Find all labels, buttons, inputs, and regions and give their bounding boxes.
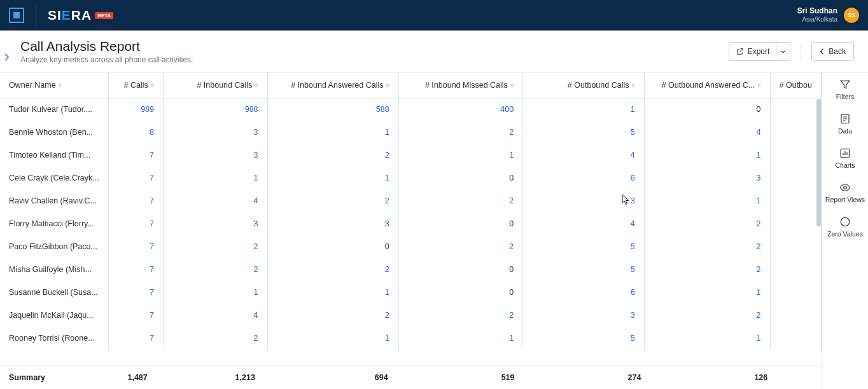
cell-value[interactable]: 2 — [267, 189, 398, 212]
cell-value[interactable]: 2 — [267, 144, 398, 167]
rail-filters[interactable]: Filters — [836, 79, 855, 100]
cell-value[interactable]: 3 — [164, 212, 268, 235]
col-header-outbound[interactable]: # Outbound Calls≡ — [523, 72, 645, 98]
expand-sidebar-icon[interactable] — [4, 53, 11, 64]
vertical-scrollbar[interactable] — [816, 99, 821, 226]
col-header-outbound-answered[interactable]: # Outbound Answered C...≡ — [644, 72, 770, 98]
cell-value[interactable]: 4 — [523, 212, 645, 235]
cell-value[interactable]: 7 — [108, 327, 163, 350]
cell-value[interactable]: 7 — [108, 212, 163, 235]
cell-value[interactable]: 4 — [164, 304, 268, 327]
cell-value[interactable]: 7 — [108, 167, 163, 189]
rail-zero-values[interactable]: Zero Values — [827, 216, 863, 238]
table-row[interactable]: Rooney Torrisi (Roone...721151 — [0, 327, 822, 350]
cell-value[interactable]: 5 — [523, 258, 645, 281]
cell-value[interactable]: 3 — [164, 144, 268, 167]
cell-value[interactable]: 2 — [164, 235, 268, 258]
cell-value[interactable]: 400 — [398, 98, 522, 121]
user-info[interactable]: Sri Sudhan Asia/Kolkata — [797, 7, 837, 23]
cell-value[interactable]: 2 — [267, 258, 398, 281]
cell-value[interactable]: 7 — [108, 281, 163, 304]
export-button[interactable]: Export — [729, 42, 776, 61]
cell-value[interactable]: 2 — [644, 258, 770, 281]
table-row[interactable]: Florry Mattiacci (Florry...733042 — [0, 212, 822, 235]
cell-value[interactable]: 5 — [523, 327, 645, 350]
cell-value[interactable]: 2 — [164, 258, 268, 281]
cell-value[interactable]: 1 — [523, 98, 645, 121]
table-row[interactable]: Misha Guilfoyle (Mish...722052 — [0, 258, 822, 281]
cell-value[interactable]: 0 — [398, 212, 522, 235]
cell-value[interactable]: 0 — [267, 235, 398, 258]
cell-value[interactable]: 1 — [398, 327, 522, 350]
cell-value[interactable]: 1 — [644, 189, 770, 212]
cell-value[interactable]: 1 — [398, 144, 522, 167]
cell-value[interactable]: 4 — [644, 121, 770, 144]
cell-value[interactable]: 1 — [164, 167, 268, 189]
cell-value[interactable]: 1 — [267, 167, 398, 189]
cell-value[interactable]: 4 — [164, 189, 268, 212]
cell-value[interactable]: 2 — [644, 235, 770, 258]
cell-value[interactable]: 7 — [108, 144, 163, 167]
table-row[interactable]: Paco FitzGibbon (Paco...720252 — [0, 235, 822, 258]
cell-value[interactable]: 2 — [644, 212, 770, 235]
export-dropdown-button[interactable] — [776, 42, 790, 61]
cell-value[interactable]: 6 — [523, 281, 645, 304]
col-header-inbound-missed[interactable]: # Inbound Missed Calls≡ — [398, 72, 522, 98]
cell-value[interactable]: 1 — [644, 281, 770, 304]
cell-value[interactable]: 3 — [267, 212, 398, 235]
cell-value[interactable]: 2 — [398, 304, 522, 327]
rail-data[interactable]: Data — [838, 113, 852, 135]
col-header-calls[interactable]: # Calls≡ — [108, 72, 163, 98]
cell-value[interactable]: 0 — [644, 98, 770, 121]
cell-value[interactable]: 5 — [523, 121, 645, 144]
rail-charts[interactable]: Charts — [836, 147, 855, 169]
col-header-inbound[interactable]: # Inbound Calls≡ — [164, 72, 268, 98]
table-row[interactable]: Cele Crayk (Cele.Crayk...711063 — [0, 167, 822, 189]
rail-report-views[interactable]: Report Views — [825, 182, 865, 203]
table-row[interactable]: Timoteo Kelland (Tim...732141 — [0, 144, 822, 167]
col-header-outbound-missed[interactable]: # Outbou — [770, 72, 821, 98]
cell-value[interactable]: 2 — [644, 304, 770, 327]
back-button[interactable]: Back — [811, 42, 854, 61]
brand-logo[interactable]: SIERA BETA — [48, 8, 113, 23]
cell-value[interactable]: 1 — [267, 327, 398, 350]
cell-value[interactable]: 2 — [398, 189, 522, 212]
col-header-owner[interactable]: Owner Name≡ — [0, 72, 108, 98]
cell-value[interactable]: 988 — [164, 98, 268, 121]
cell-value[interactable]: 1 — [644, 144, 770, 167]
cell-value[interactable]: 0 — [398, 167, 522, 189]
cell-value[interactable]: 8 — [108, 121, 163, 144]
cell-value[interactable]: 2 — [398, 121, 522, 144]
table-row[interactable]: Tudor Kulvear (Tudor....98998858840010 — [0, 98, 822, 121]
cell-value[interactable]: 5 — [523, 235, 645, 258]
brand-text-ra: RA — [71, 8, 92, 23]
table-row[interactable]: Jaquelin McKall (Jaqu...742232 — [0, 304, 822, 327]
cell-value[interactable]: 1 — [644, 327, 770, 350]
cell-value[interactable]: 2 — [267, 304, 398, 327]
cell-value[interactable]: 1 — [164, 281, 268, 304]
cell-value[interactable]: 3 — [164, 121, 268, 144]
cell-value[interactable]: 7 — [108, 189, 163, 212]
cell-value[interactable]: 0 — [398, 258, 522, 281]
cell-value[interactable]: 6 — [523, 167, 645, 189]
cell-value[interactable]: 3 — [523, 304, 645, 327]
cell-value[interactable]: 1 — [267, 121, 398, 144]
col-header-inbound-answered[interactable]: # Inbound Answered Calls≡ — [267, 72, 398, 98]
table-row[interactable]: Raviv Challen (Raviv.C...742231 — [0, 189, 822, 212]
cell-value[interactable]: 7 — [108, 235, 163, 258]
cell-value[interactable]: 1 — [267, 281, 398, 304]
cell-value[interactable]: 2 — [164, 327, 268, 350]
cell-value[interactable]: 7 — [108, 258, 163, 281]
table-row[interactable]: Susanne Buckell (Susa...711061 — [0, 281, 822, 304]
cell-value[interactable]: 2 — [398, 235, 522, 258]
cell-value[interactable]: 0 — [398, 281, 522, 304]
cell-value[interactable]: 588 — [267, 98, 398, 121]
avatar[interactable]: SS — [844, 8, 859, 23]
cell-value[interactable]: 3 — [644, 167, 770, 189]
cell-value[interactable]: 3 — [523, 189, 645, 212]
cell-value[interactable]: 4 — [523, 144, 645, 167]
cell-value[interactable]: 989 — [108, 98, 163, 121]
cell-value[interactable]: 7 — [108, 304, 163, 327]
app-logo-icon[interactable] — [9, 8, 24, 23]
table-row[interactable]: Bennie Whoston (Ben...831254 — [0, 121, 822, 144]
